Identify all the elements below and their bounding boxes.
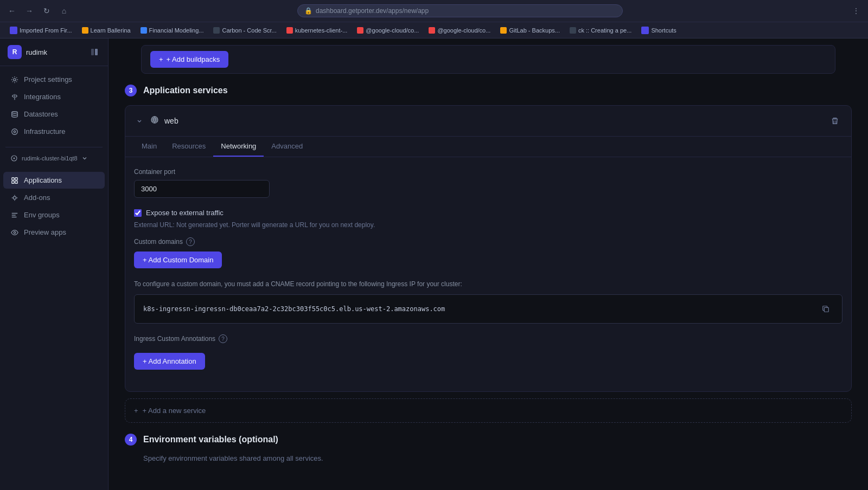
bookmark-label: Financial Modeling... — [149, 27, 204, 34]
layout-icon — [91, 48, 98, 56]
custom-domains-help-badge[interactable]: ? — [186, 237, 195, 246]
add-new-service-row[interactable]: + + Add a new service — [125, 398, 852, 423]
datastores-label: Datastores — [24, 110, 58, 118]
networking-content: Container port Expose to external traffi… — [125, 157, 851, 391]
tab-main[interactable]: Main — [134, 137, 164, 157]
bookmark-favicon — [286, 27, 293, 34]
add-custom-domain-button[interactable]: + Add Custom Domain — [134, 252, 222, 268]
ingress-annotations-group: Ingress Custom Annotations ? + Add Annot… — [134, 334, 843, 370]
bookmark-favicon — [429, 27, 435, 34]
container-port-group: Container port — [134, 168, 843, 198]
bookmark-item[interactable]: Shortcuts — [637, 25, 680, 35]
extensions-button[interactable]: ⋮ — [850, 4, 863, 17]
back-button[interactable]: ← — [5, 4, 18, 17]
sidebar-item-project-settings[interactable]: Project settings — [3, 71, 105, 88]
env-section-title: Environment variables (optional) — [143, 435, 278, 444]
sidebar: R rudimk Project settings — [0, 38, 108, 490]
external-url-helper: External URL: Not generated yet. Porter … — [134, 221, 843, 229]
service-chevron-icon[interactable] — [134, 115, 145, 126]
bookmark-item[interactable]: @google-cloud/co... — [424, 26, 495, 35]
svg-point-13 — [14, 231, 16, 234]
sidebar-item-addons[interactable]: Add-ons — [3, 189, 105, 206]
bookmark-label: @google-cloud/co... — [366, 27, 419, 34]
add-buildpacks-button[interactable]: + + Add buildpacks — [150, 51, 228, 68]
sidebar-item-datastores[interactable]: Datastores — [3, 106, 105, 122]
svg-point-2 — [14, 78, 16, 80]
settings-icon — [11, 76, 18, 83]
bookmark-item[interactable]: GitLab - Backups... — [496, 26, 564, 35]
copy-ingress-url-button[interactable] — [818, 301, 833, 317]
service-name: web — [164, 117, 822, 125]
bookmark-label: @google-cloud/co... — [437, 27, 490, 34]
tab-networking[interactable]: Networking — [213, 137, 264, 157]
browser-actions: ⋮ — [850, 4, 863, 17]
svg-rect-8 — [12, 177, 14, 179]
bookmark-label: Shortcuts — [651, 27, 676, 34]
chevron-icon — [136, 118, 143, 124]
main-content: + + Add buildpacks 3 Application service… — [108, 38, 868, 490]
sidebar-item-applications[interactable]: Applications — [3, 172, 105, 189]
bookmark-item[interactable]: Learn Ballerina — [78, 26, 135, 35]
bookmark-favicon — [641, 27, 649, 34]
bookmark-item[interactable]: kubernetes-client-... — [282, 26, 352, 35]
section-number-3: 3 — [125, 85, 137, 96]
env-description: Specify environment variables shared amo… — [125, 454, 852, 462]
bookmark-item[interactable]: @google-cloud/co... — [353, 26, 423, 35]
sidebar-item-preview-apps[interactable]: Preview apps — [3, 224, 105, 241]
bookmark-label: Learn Ballerina — [91, 27, 131, 34]
applications-label: Applications — [24, 176, 62, 184]
svg-rect-9 — [15, 177, 17, 179]
preview-apps-icon — [11, 229, 18, 236]
sidebar-item-infrastructure[interactable]: Infrastructure — [3, 123, 105, 140]
container-port-label: Container port — [134, 168, 843, 176]
home-button[interactable]: ⌂ — [58, 4, 71, 17]
lock-icon: 🔒 — [304, 7, 312, 15]
custom-domains-group: Custom domains ? + Add Custom Domain — [134, 237, 843, 268]
bookmark-item[interactable]: Imported From Fir... — [5, 25, 76, 35]
service-delete-button[interactable] — [827, 113, 843, 128]
cluster-icon — [11, 155, 17, 162]
container-port-input[interactable] — [134, 180, 270, 198]
bookmark-item[interactable]: Carbon - Code Scr... — [209, 26, 280, 35]
cluster-selector[interactable]: rudimk-cluster-bi1qt8 — [3, 151, 105, 166]
sidebar-toggle-button[interactable] — [88, 46, 100, 58]
tab-resources[interactable]: Resources — [164, 137, 213, 157]
content-inner: + + Add buildpacks 3 Application service… — [108, 38, 868, 473]
service-header: web — [125, 106, 851, 137]
refresh-button[interactable]: ↻ — [40, 4, 53, 17]
svg-rect-0 — [91, 49, 94, 55]
svg-rect-1 — [95, 49, 98, 55]
ingress-url-text: k8s-ingressn-ingressn-db0ceaa7a2-2c32bc3… — [143, 305, 818, 313]
tab-advanced[interactable]: Advanced — [264, 137, 310, 157]
section-title: Application services — [143, 86, 228, 95]
sidebar-item-env-groups[interactable]: Env groups — [3, 207, 105, 223]
bookmark-item[interactable]: ck :: Creating a pe... — [565, 26, 636, 35]
ingress-annotations-help-badge[interactable]: ? — [219, 334, 227, 343]
ingress-url-box: k8s-ingressn-ingressn-db0ceaa7a2-2c32bc3… — [134, 294, 843, 324]
cluster-name: rudimk-cluster-bi1qt8 — [22, 155, 78, 162]
bookmark-label: kubernetes-client-... — [295, 27, 348, 34]
add-annotation-button[interactable]: + Add Annotation — [134, 353, 205, 370]
svg-point-7 — [14, 158, 15, 159]
infrastructure-label: Infrastructure — [24, 127, 66, 136]
browser-toolbar: ← → ↻ ⌂ 🔒 dashboard.getporter.dev/apps/n… — [0, 0, 868, 22]
section-number-4: 4 — [125, 434, 137, 446]
infrastructure-icon — [11, 128, 18, 136]
env-groups-label: Env groups — [24, 211, 60, 219]
application-services-section: 3 Application services — [108, 74, 868, 434]
sidebar-divider — [5, 147, 103, 147]
addons-icon — [11, 194, 18, 202]
sidebar-item-integrations[interactable]: Integrations — [3, 88, 105, 105]
datastores-icon — [11, 111, 18, 118]
address-bar[interactable]: 🔒 dashboard.getporter.dev/apps/new/app — [297, 4, 623, 17]
expose-external-checkbox[interactable] — [134, 209, 142, 217]
expose-external-label: Expose to external traffic — [146, 209, 224, 217]
svg-point-5 — [14, 131, 16, 133]
forward-button[interactable]: → — [23, 4, 36, 17]
bookmark-favicon — [213, 27, 220, 34]
service-globe-icon — [150, 115, 159, 126]
add-service-plus-icon: + — [134, 407, 138, 415]
sidebar-cluster-section: Applications Add-ons Env groups — [0, 167, 108, 246]
bookmark-item[interactable]: Financial Modeling... — [136, 26, 208, 35]
bookmark-favicon — [357, 27, 363, 34]
